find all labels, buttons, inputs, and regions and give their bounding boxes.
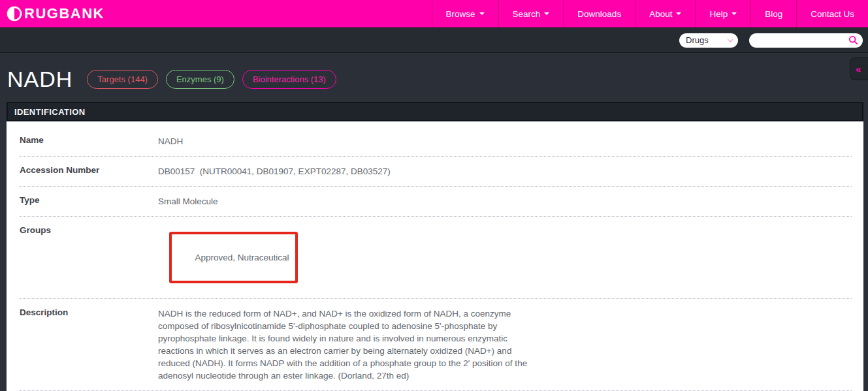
field-label: Type xyxy=(20,195,158,208)
nav-contact-us-label: Contact Us xyxy=(811,9,854,19)
badge-enzymes[interactable]: Enzymes (9) xyxy=(166,70,234,89)
top-navbar: RUGBANK Browse Search Downloads About He… xyxy=(0,0,868,28)
nav-search[interactable]: Search xyxy=(498,0,564,27)
section-header-identification[interactable]: IDENTIFICATION xyxy=(7,102,863,121)
nav-browse-label: Browse xyxy=(446,9,475,19)
nav-contact-us[interactable]: Contact Us xyxy=(796,0,868,27)
chevron-down-icon xyxy=(728,37,733,42)
caret-down-icon xyxy=(544,12,549,15)
field-value: NADH is the reduced form of NAD+, and NA… xyxy=(158,307,536,382)
nav-about-label: About xyxy=(649,9,672,19)
section-title: IDENTIFICATION xyxy=(14,107,86,117)
collapse-panel-button[interactable]: « xyxy=(850,57,868,80)
drugbank-logo-icon xyxy=(7,6,22,22)
nav-blog[interactable]: Blog xyxy=(750,0,796,27)
groups-value: Approved, Nutraceutical xyxy=(195,253,289,262)
search-box xyxy=(749,33,863,48)
nav-search-label: Search xyxy=(513,9,541,19)
nav-blog-label: Blog xyxy=(765,9,782,19)
search-icon[interactable] xyxy=(848,35,858,45)
field-label: Name xyxy=(20,135,158,148)
field-row-type: Type Small Molecule xyxy=(20,187,852,217)
search-category-select[interactable]: Drugs xyxy=(679,33,738,48)
field-row-accession-number: Accession Number DB00157 (NUTR00041, DB0… xyxy=(20,157,852,187)
search-category-value: Drugs xyxy=(686,35,709,45)
badge-biointeractions[interactable]: Biointeractions (13) xyxy=(242,70,336,89)
field-label: Groups xyxy=(20,225,158,290)
badge-group: Targets (144) Enzymes (9) Biointeraction… xyxy=(87,70,336,89)
identification-panel: Name NADH Accession Number DB00157 (NUTR… xyxy=(7,121,863,391)
drug-title-bar: NADH Targets (144) Enzymes (9) Biointera… xyxy=(0,53,868,102)
field-row-name: Name NADH xyxy=(20,127,852,157)
nav-downloads-label: Downloads xyxy=(577,9,621,19)
search-toolbar: Drugs xyxy=(0,28,868,53)
field-row-description: Description NADH is the reduced form of … xyxy=(20,299,852,391)
field-value: Approved, Nutraceutical xyxy=(158,225,298,290)
nav-help[interactable]: Help xyxy=(695,0,750,27)
main-menu: Browse Search Downloads About Help Blog … xyxy=(432,0,868,27)
caret-down-icon xyxy=(479,12,485,15)
badge-targets[interactable]: Targets (144) xyxy=(87,70,158,89)
drugbank-logo[interactable]: RUGBANK xyxy=(0,0,104,27)
field-label: Accession Number xyxy=(20,165,158,178)
field-value: Small Molecule xyxy=(158,195,218,208)
nav-browse[interactable]: Browse xyxy=(432,0,498,27)
field-value: DB00157 (NUTR00041, DB01907, EXPT02287, … xyxy=(158,165,391,178)
red-annotation-box: Approved, Nutraceutical xyxy=(169,232,298,283)
field-label: Description xyxy=(20,307,158,382)
page-title: NADH xyxy=(7,67,72,92)
search-input[interactable] xyxy=(757,35,848,45)
caret-down-icon xyxy=(676,12,681,15)
field-row-groups: Groups Approved, Nutraceutical xyxy=(20,217,852,299)
field-value: NADH xyxy=(158,135,183,148)
nav-about[interactable]: About xyxy=(635,0,695,27)
nav-help-label: Help xyxy=(709,9,728,19)
caret-down-icon xyxy=(731,12,737,15)
nav-downloads[interactable]: Downloads xyxy=(563,0,635,27)
drugbank-logo-text: RUGBANK xyxy=(24,5,104,22)
